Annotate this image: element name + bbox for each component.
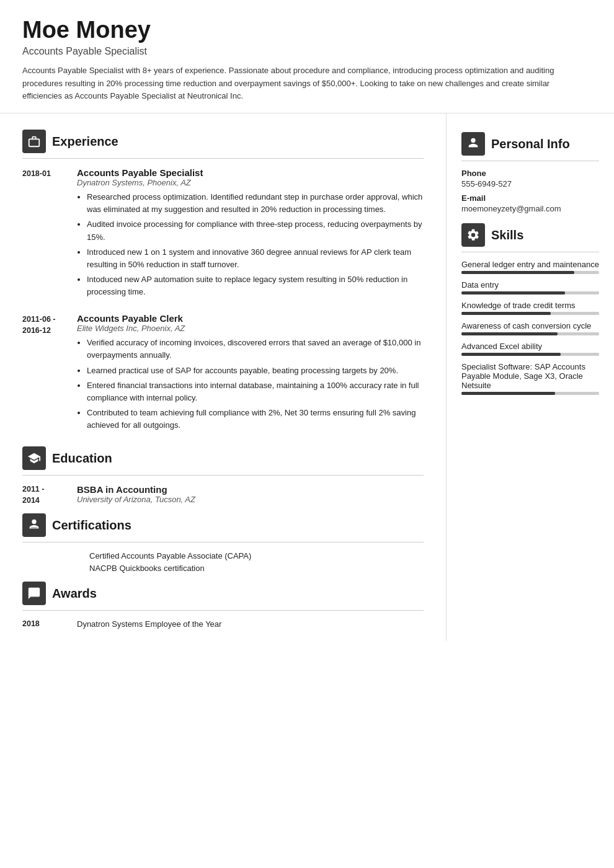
skill-name-5: Specialist Software: SAP Accounts Payabl… (461, 362, 599, 390)
phone-label: Phone (461, 169, 599, 178)
education-divider (22, 475, 424, 476)
exp-date-0: 2018-01 (22, 167, 67, 301)
exp-job-title-1: Accounts Payable Clerk (77, 313, 424, 324)
personal-info-header: Personal Info (461, 132, 599, 156)
cert-item-1: NACPB Quickbooks certification (22, 564, 424, 573)
edu-school-0: University of Arizona, Tucson, AZ (77, 495, 195, 504)
skills-title: Skills (491, 228, 523, 242)
skill-bar-bg-1 (461, 291, 599, 294)
skill-bar-bg-5 (461, 392, 599, 395)
email-value: moemoneyzety@gmail.com (461, 204, 599, 213)
skill-name-4: Advanced Excel ability (461, 342, 599, 351)
email-label: E-mail (461, 193, 599, 203)
exp-bullets-1: Verified accuracy of incoming invoices, … (77, 337, 424, 432)
exp-bullet-0-0: Researched process optimization. Identif… (87, 191, 424, 216)
experience-entry-0: 2018-01Accounts Payable SpecialistDynatr… (22, 167, 424, 301)
skill-item-2: Knowledge of trade credit terms (461, 301, 599, 315)
header: Moe Money Accounts Payable Specialist Ac… (0, 0, 614, 113)
skill-bar-fill-5 (461, 392, 555, 395)
skill-bar-fill-1 (461, 291, 565, 294)
skill-bar-bg-2 (461, 312, 599, 315)
exp-bullet-1-2: Entered financial transactions into inte… (87, 379, 424, 404)
education-title: Education (52, 451, 112, 466)
skills-list: General ledger entry and maintenanceData… (461, 260, 599, 395)
award-entry-0: 2018Dynatron Systems Employee of the Yea… (22, 619, 424, 629)
education-icon (22, 446, 46, 470)
skills-header: Skills (461, 223, 599, 247)
exp-bullet-1-0: Verified accuracy of incoming invoices, … (87, 337, 424, 361)
certifications-title: Certifications (52, 518, 131, 533)
skill-name-2: Knowledge of trade credit terms (461, 301, 599, 310)
certifications-divider (22, 542, 424, 542)
exp-bullet-1-3: Contributed to team achieving full compl… (87, 407, 424, 432)
exp-bullet-0-3: Intoduced new AP automation suite to rep… (87, 273, 424, 298)
skills-divider (461, 252, 599, 252)
exp-bullet-0-2: Introduced new 1 on 1 system and innovat… (87, 246, 424, 271)
exp-date-1: 2011-06 - 2016-12 (22, 313, 67, 434)
experience-divider (22, 158, 424, 159)
awards-divider (22, 610, 424, 611)
skill-item-3: Awareness of cash conversion cycle (461, 321, 599, 335)
award-date-0: 2018 (22, 619, 67, 629)
certifications-list: Certified Accounts Payable Associate (CA… (22, 551, 424, 573)
edu-degree-0: BSBA in Accounting (77, 484, 195, 495)
skill-name-1: Data entry (461, 280, 599, 290)
education-section-header: Education (22, 446, 424, 470)
awards-icon (22, 582, 46, 605)
skill-bar-bg-4 (461, 353, 599, 356)
personal-info-icon (461, 132, 485, 156)
skill-item-5: Specialist Software: SAP Accounts Payabl… (461, 362, 599, 395)
exp-company-1: Elite Widgets Inc, Phoenix, AZ (77, 324, 424, 333)
experience-title: Experience (52, 135, 118, 149)
skill-name-0: General ledger entry and maintenance (461, 260, 599, 269)
exp-job-title-0: Accounts Payable Specialist (77, 167, 424, 178)
experience-list: 2018-01Accounts Payable SpecialistDynatr… (22, 167, 424, 434)
skill-bar-fill-3 (461, 332, 558, 335)
exp-bullets-0: Researched process optimization. Identif… (77, 191, 424, 298)
personal-info-divider (461, 161, 599, 161)
exp-bullet-1-1: Learned practical use of SAP for account… (87, 365, 424, 377)
certifications-section-header: Certifications (22, 513, 424, 537)
skill-item-1: Data entry (461, 280, 599, 294)
skills-icon (461, 223, 485, 247)
skill-bar-fill-4 (461, 353, 561, 356)
skill-bar-bg-0 (461, 271, 599, 274)
experience-icon (22, 130, 46, 153)
skill-bar-bg-3 (461, 332, 599, 335)
certifications-icon (22, 513, 46, 537)
skill-name-3: Awareness of cash conversion cycle (461, 321, 599, 330)
education-list: 2011 - 2014BSBA in AccountingUniversity … (22, 484, 424, 506)
awards-list: 2018Dynatron Systems Employee of the Yea… (22, 619, 424, 629)
edu-content-0: BSBA in AccountingUniversity of Arizona,… (77, 484, 195, 506)
edu-date-0: 2011 - 2014 (22, 484, 67, 506)
personal-info-title: Personal Info (491, 137, 570, 151)
name: Moe Money (22, 17, 592, 43)
exp-company-0: Dynatron Systems, Phoenix, AZ (77, 178, 424, 187)
exp-content-1: Accounts Payable ClerkElite Widgets Inc,… (77, 313, 424, 434)
phone-value: 555-6949-527 (461, 179, 599, 188)
job-title: Accounts Payable Specialist (22, 46, 592, 57)
experience-entry-1: 2011-06 - 2016-12Accounts Payable ClerkE… (22, 313, 424, 434)
left-column: Experience 2018-01Accounts Payable Speci… (0, 113, 447, 641)
exp-bullet-0-1: Audited invoice processing for complianc… (87, 218, 424, 243)
main-layout: Experience 2018-01Accounts Payable Speci… (0, 113, 614, 641)
cert-item-0: Certified Accounts Payable Associate (CA… (22, 551, 424, 560)
skill-bar-fill-0 (461, 271, 574, 274)
education-entry-0: 2011 - 2014BSBA in AccountingUniversity … (22, 484, 424, 506)
awards-section-header: Awards (22, 582, 424, 605)
skill-bar-fill-2 (461, 312, 551, 315)
right-column: Personal Info Phone 555-6949-527 E-mail … (447, 113, 614, 641)
experience-section-header: Experience (22, 130, 424, 153)
awards-title: Awards (52, 587, 97, 601)
skill-item-0: General ledger entry and maintenance (461, 260, 599, 274)
skill-item-4: Advanced Excel ability (461, 342, 599, 356)
exp-content-0: Accounts Payable SpecialistDynatron Syst… (77, 167, 424, 301)
summary: Accounts Payable Specialist with 8+ year… (22, 64, 562, 103)
award-text-0: Dynatron Systems Employee of the Year (77, 619, 221, 629)
